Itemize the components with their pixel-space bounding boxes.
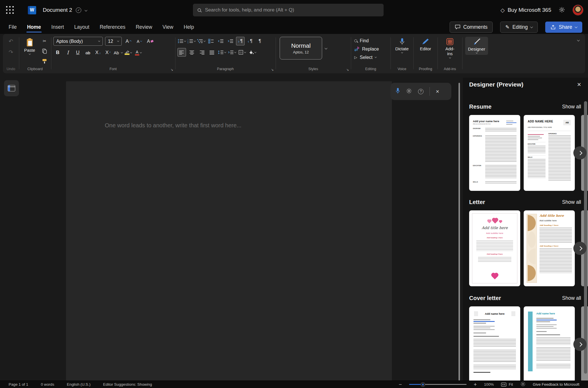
zoom-slider[interactable]	[409, 384, 467, 385]
align-right-button[interactable]	[198, 48, 206, 57]
zoom-in-button[interactable]: +	[474, 382, 477, 387]
bold-button[interactable]: B	[53, 48, 62, 57]
tab-references[interactable]: References	[95, 22, 130, 33]
word-count-status[interactable]: 0 words	[41, 382, 54, 387]
dictate-mic-button[interactable]	[396, 88, 400, 95]
cut-button[interactable]: ✂	[40, 37, 49, 45]
styles-dialog-launcher[interactable]: ↘	[346, 68, 349, 71]
paragraph-spacing-button[interactable]	[228, 48, 236, 57]
settings-gear-button[interactable]	[559, 7, 565, 14]
template-card-resume-1[interactable]: Add your name here Add your professional…	[469, 115, 520, 191]
font-name-combobox[interactable]: Aptos (Body)	[53, 37, 103, 46]
designer-button[interactable]: Designer	[465, 37, 488, 55]
resume-carousel-next-button[interactable]	[573, 146, 587, 160]
panel-close-button[interactable]: ×	[577, 81, 581, 88]
format-painter-button[interactable]	[40, 57, 49, 66]
shading-button[interactable]	[248, 48, 256, 57]
document-scrollbar[interactable]	[459, 83, 460, 381]
dictate-button[interactable]: Dictate	[392, 37, 412, 55]
strikethrough-button[interactable]: ab	[84, 48, 92, 57]
template-card-cover-1[interactable]: Add name here	[469, 306, 520, 381]
fit-to-page-button[interactable]: Fit	[501, 382, 513, 387]
clear-formatting-button[interactable]: A	[146, 37, 154, 46]
hanging-indent-button[interactable]: ‹¶	[246, 37, 254, 45]
buy-microsoft-365-button[interactable]: ◇ Buy Microsoft 365	[500, 7, 551, 14]
checklist-button[interactable]	[207, 37, 215, 45]
share-button[interactable]: Share	[545, 22, 582, 33]
page-count-status[interactable]: Page 1 of 1	[9, 382, 28, 387]
numbered-list-button[interactable]: 123	[187, 37, 196, 45]
panel-scrollbar[interactable]	[584, 101, 587, 374]
replace-button[interactable]: b⇄ Replace	[354, 45, 388, 53]
addins-button[interactable]: Add-ins	[440, 37, 460, 60]
multilevel-list-button[interactable]	[197, 37, 206, 45]
change-case-button[interactable]: Ab	[114, 48, 123, 57]
document-page[interactable]: One word leads to another, write that fi…	[66, 81, 392, 381]
tab-help[interactable]: Help	[179, 22, 199, 33]
bullet-list-button[interactable]	[177, 37, 186, 45]
style-normal-button[interactable]: Normal Aptos, 12	[280, 37, 322, 59]
font-color-button[interactable]: A	[134, 48, 143, 57]
highlight-color-button[interactable]	[124, 48, 133, 57]
brightness-toggle-button[interactable]	[520, 381, 526, 388]
tab-layout[interactable]: Layout	[70, 22, 94, 33]
editor-button[interactable]: Editor	[417, 37, 434, 52]
template-card-letter-2[interactable]: Add title here Add subtitle here Add hea…	[524, 210, 575, 286]
redo-button[interactable]: ↷	[7, 48, 15, 56]
user-avatar[interactable]	[572, 5, 583, 16]
zoom-level-button[interactable]: 100%	[484, 382, 494, 387]
tab-review[interactable]: Review	[131, 22, 157, 33]
search-input[interactable]: Search for tools, help, and more (Alt + …	[193, 4, 384, 16]
select-button[interactable]: ▷ Select	[354, 53, 388, 61]
tab-home[interactable]: Home	[22, 22, 46, 33]
line-spacing-button[interactable]	[218, 48, 226, 57]
zoom-out-button[interactable]: −	[399, 382, 402, 387]
letter-carousel-next-button[interactable]	[573, 242, 587, 255]
subscript-button[interactable]: X₂	[94, 48, 102, 57]
tab-file[interactable]: File	[4, 22, 21, 33]
italic-button[interactable]: I	[63, 48, 72, 57]
language-status[interactable]: English (U.S.)	[67, 382, 90, 387]
navigation-pane-toggle[interactable]	[4, 80, 19, 96]
dictation-help-button[interactable]: ?	[418, 89, 423, 94]
justify-button[interactable]	[208, 48, 216, 57]
show-paragraph-marks-button[interactable]: ¶	[256, 37, 264, 45]
app-launcher-button[interactable]	[5, 5, 16, 16]
align-left-button[interactable]	[177, 48, 186, 57]
font-size-combobox[interactable]: 12	[105, 37, 122, 46]
feedback-button[interactable]: Give Feedback to Microsoft	[533, 382, 579, 387]
collapse-ribbon-button[interactable]	[577, 38, 579, 42]
dictation-close-button[interactable]: ×	[436, 89, 439, 94]
increase-indent-button[interactable]	[226, 37, 235, 45]
letter-show-all-link[interactable]: Show all	[562, 199, 581, 205]
shrink-font-button[interactable]: A	[135, 37, 144, 46]
tab-view[interactable]: View	[158, 22, 178, 33]
paragraph-dialog-launcher[interactable]: ↘	[271, 68, 274, 71]
comments-button[interactable]: Comments	[450, 22, 493, 33]
styles-gallery-dropdown[interactable]	[325, 46, 327, 50]
cover-letter-carousel-next-button[interactable]	[573, 338, 587, 351]
editor-suggestions-status[interactable]: Editor Suggestions: Showing	[103, 382, 152, 387]
copy-button[interactable]	[40, 47, 49, 55]
template-card-resume-2[interactable]: ADD NAME HERE AB ADD PROFESSIONAL TITLE …	[524, 115, 575, 191]
align-center-button[interactable]	[187, 48, 196, 57]
undo-button[interactable]: ↶	[7, 37, 15, 45]
tab-insert[interactable]: Insert	[47, 22, 69, 33]
first-line-indent-button[interactable]: ›¶	[236, 37, 245, 45]
template-card-cover-2[interactable]: Add name here	[524, 306, 575, 381]
zoom-slider-thumb[interactable]	[421, 383, 425, 387]
dictation-settings-button[interactable]	[406, 88, 412, 95]
template-card-letter-1[interactable]: Add title here Add subtitle here Add hea…	[469, 210, 520, 286]
paste-button[interactable]: Paste	[21, 37, 38, 66]
borders-button[interactable]	[238, 48, 246, 57]
superscript-button[interactable]: X²	[104, 48, 112, 57]
underline-button[interactable]: U	[74, 48, 82, 57]
find-button[interactable]: Find	[354, 37, 388, 45]
document-title-dropdown[interactable]	[85, 8, 87, 12]
resume-show-all-link[interactable]: Show all	[562, 104, 581, 110]
cover-letter-show-all-link[interactable]: Show all	[562, 295, 581, 301]
editing-mode-dropdown[interactable]: ✎ Editing	[500, 22, 538, 33]
decrease-indent-button[interactable]	[216, 37, 225, 45]
grow-font-button[interactable]: A	[124, 37, 133, 46]
font-dialog-launcher[interactable]: ↘	[171, 68, 173, 71]
